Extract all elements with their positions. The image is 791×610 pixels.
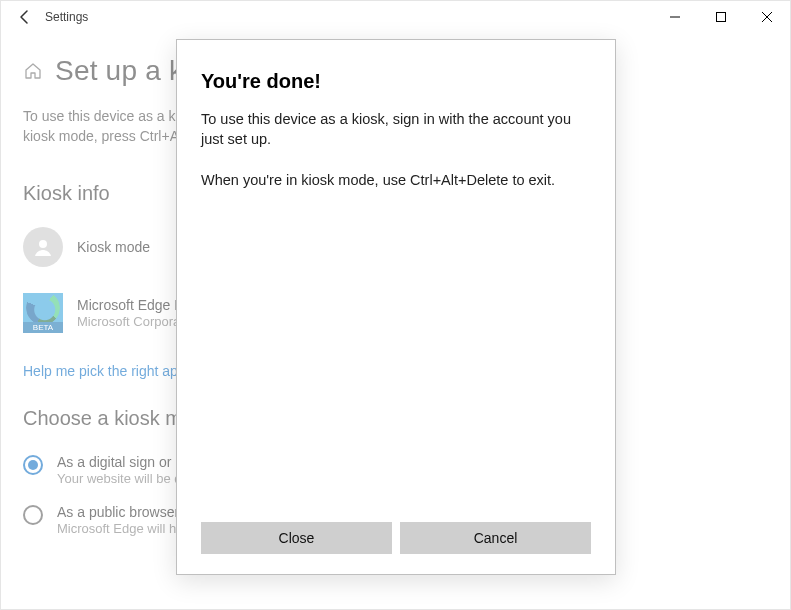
done-dialog: You're done! To use this device as a kio… xyxy=(176,39,616,575)
avatar-icon xyxy=(23,227,63,267)
maximize-button[interactable] xyxy=(698,1,744,33)
close-icon xyxy=(762,12,772,22)
help-pick-app-link[interactable]: Help me pick the right app xyxy=(23,363,186,379)
close-window-button[interactable] xyxy=(744,1,790,33)
dialog-body-1: To use this device as a kiosk, sign in w… xyxy=(201,109,591,150)
kiosk-account-label: Kiosk mode xyxy=(77,239,150,255)
svg-point-1 xyxy=(39,240,47,248)
cancel-button[interactable]: Cancel xyxy=(400,522,591,554)
back-button[interactable] xyxy=(9,1,41,33)
radio-checked-icon xyxy=(23,455,43,475)
minimize-button[interactable] xyxy=(652,1,698,33)
maximize-icon xyxy=(716,12,726,22)
minimize-icon xyxy=(670,12,680,22)
window-title: Settings xyxy=(45,10,88,24)
radio-unchecked-icon xyxy=(23,505,43,525)
svg-rect-0 xyxy=(717,13,726,22)
close-button[interactable]: Close xyxy=(201,522,392,554)
beta-badge: BETA xyxy=(23,322,63,333)
back-arrow-icon xyxy=(17,9,33,25)
dialog-title: You're done! xyxy=(201,70,591,93)
home-icon xyxy=(23,61,43,81)
dialog-body-2: When you're in kiosk mode, use Ctrl+Alt+… xyxy=(201,170,591,190)
edge-app-icon: BETA xyxy=(23,293,63,333)
